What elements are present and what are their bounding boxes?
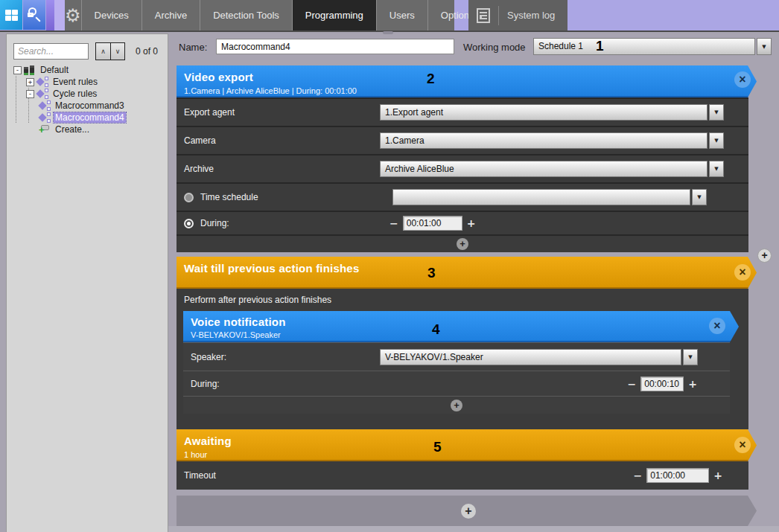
during-row: During: − + — [177, 211, 748, 234]
increment-button[interactable]: + — [467, 217, 476, 229]
create-plus-icon: + — [39, 124, 51, 135]
panel-subtitle: V-BELYAKOV/1.Speaker — [191, 330, 739, 339]
system-log-button[interactable]: System log — [468, 0, 567, 31]
speaker-dropdown[interactable]: V-BELYAKOV/1.Speaker ▼ — [380, 349, 698, 365]
during-radio[interactable] — [184, 219, 194, 228]
working-mode-label: Working mode — [463, 42, 526, 53]
add-action-button[interactable]: + — [461, 504, 476, 519]
dropdown-arrow-button[interactable]: ▼ — [709, 132, 724, 149]
add-action-button[interactable]: + — [451, 400, 462, 411]
panel-title: Video export — [184, 71, 757, 83]
chevron-down-icon: ▼ — [714, 138, 718, 144]
callout-1: 1 — [596, 38, 604, 54]
perform-after-text: Perform after previous action finishes — [177, 289, 748, 311]
dropdown-arrow-button[interactable]: ▼ — [683, 349, 698, 365]
decrement-button[interactable]: − — [628, 378, 637, 390]
tree-item-macrocommand4[interactable]: Macrocommand4 — [11, 112, 164, 124]
tab-devices[interactable]: Devices — [82, 0, 142, 31]
working-mode-value[interactable]: Schedule 1 — [533, 38, 755, 55]
voice-notification-panel: Voice notification V-BELYAKOV/1.Speaker … — [183, 311, 730, 414]
tree-item-default[interactable]: - Default — [11, 64, 164, 76]
wait-action-header[interactable]: Wait till previous action finishes × — [177, 257, 757, 289]
rule-icon — [39, 100, 51, 111]
video-export-header[interactable]: Video export 1.Camera | Archive AliceBlu… — [177, 65, 757, 97]
close-icon[interactable]: × — [734, 264, 751, 281]
time-schedule-row: Time schedule ▼ — [177, 182, 748, 211]
collapse-toggle[interactable]: - — [26, 90, 34, 98]
wait-action-panel: Wait till previous action finishes × Per… — [177, 257, 748, 429]
macro-tree-sidebar: ∧ ∨ 0 of 0 - Default + Event rules - Cyc… — [6, 33, 168, 532]
server-icon — [24, 65, 36, 75]
time-schedule-label: Time schedule — [200, 192, 392, 202]
camera-dropdown[interactable]: 1.Camera ▼ — [380, 132, 724, 149]
accent-strip-dark — [46, 0, 54, 31]
system-log-label: System log — [507, 10, 555, 21]
archive-row: Archive Archive AliceBlue ▼ — [177, 154, 748, 182]
tree-item-create[interactable]: + Create... — [11, 124, 164, 135]
export-agent-dropdown[interactable]: 1.Export agent ▼ — [380, 104, 724, 121]
dropdown-arrow-button[interactable]: ▼ — [709, 161, 724, 177]
close-icon[interactable]: × — [734, 437, 751, 453]
search-prev-button[interactable]: ∧ — [96, 43, 110, 60]
expand-toggle[interactable]: + — [26, 78, 34, 86]
working-mode-dropdown[interactable]: Schedule 1 ▼ — [533, 38, 772, 55]
splitter-handle[interactable] — [383, 31, 393, 34]
search-result-count: 0 of 0 — [136, 46, 158, 57]
video-export-panel: Video export 1.Camera | Archive AliceBlu… — [177, 65, 748, 252]
chevron-down-icon: ∨ — [115, 48, 121, 55]
dropdown-arrow-button[interactable]: ▼ — [709, 104, 724, 121]
camera-row: Camera 1.Camera ▼ — [177, 126, 748, 154]
voice-notification-header[interactable]: Voice notification V-BELYAKOV/1.Speaker … — [183, 311, 739, 342]
dropdown-arrow-button[interactable]: ▼ — [757, 38, 772, 55]
during-time-input[interactable] — [403, 216, 462, 231]
layouts-button[interactable] — [0, 0, 22, 30]
insert-action-button[interactable]: + — [757, 249, 772, 263]
chevron-down-icon: ▼ — [688, 354, 692, 360]
application-window: ·· ⚙ Devices Archive Detection Tools Pro… — [0, 0, 779, 532]
search-panel-button[interactable]: ·· — [23, 0, 45, 30]
archive-dropdown[interactable]: Archive AliceBlue ▼ — [380, 161, 724, 177]
macro-name-input[interactable] — [216, 39, 454, 54]
settings-gear-button[interactable]: ⚙ — [65, 0, 82, 31]
chevron-down-icon: ▼ — [714, 166, 718, 172]
main-tab-bar: ⚙ Devices Archive Detection Tools Progra… — [65, 0, 454, 31]
close-icon[interactable]: × — [709, 318, 725, 334]
search-next-button[interactable]: ∨ — [110, 43, 124, 60]
increment-button[interactable]: + — [713, 469, 722, 481]
add-action-row: + — [177, 234, 748, 252]
callout-5: 5 — [433, 439, 442, 455]
tree-item-cycle-rules[interactable]: - Cycle rules — [11, 88, 164, 100]
close-icon[interactable]: × — [734, 71, 751, 88]
accent-strip-light — [54, 0, 65, 31]
speaker-label: Speaker: — [191, 352, 380, 362]
awaiting-header[interactable]: Awaiting 1 hour × — [177, 429, 757, 461]
voice-during-input[interactable] — [640, 376, 684, 391]
tree-item-macrocommand3[interactable]: Macrocommand3 — [11, 100, 164, 112]
grid-icon — [5, 10, 18, 21]
time-schedule-dropdown[interactable]: ▼ — [392, 189, 707, 205]
time-schedule-radio[interactable] — [184, 193, 194, 202]
search-input[interactable] — [13, 43, 89, 60]
collapse-toggle[interactable]: - — [13, 66, 22, 74]
voice-during-row: During: − + — [183, 371, 730, 396]
panel-subtitle: 1 hour — [184, 450, 757, 459]
rule-icon — [39, 112, 51, 123]
timeout-input[interactable] — [646, 468, 709, 483]
decrement-button[interactable]: − — [390, 217, 398, 229]
top-bar: ·· ⚙ Devices Archive Detection Tools Pro… — [0, 0, 779, 31]
timeout-label: Timeout — [184, 470, 216, 481]
dropdown-arrow-button[interactable]: ▼ — [692, 189, 707, 205]
decrement-button[interactable]: − — [634, 469, 643, 481]
system-log-icon — [477, 8, 490, 23]
tree-item-event-rules[interactable]: + Event rules — [11, 76, 164, 88]
tab-archive[interactable]: Archive — [142, 0, 200, 31]
add-action-row: + — [183, 396, 730, 414]
chevron-down-icon: ▼ — [762, 44, 766, 50]
rules-tree: - Default + Event rules - Cycle rules Ma… — [11, 64, 164, 135]
add-action-button[interactable]: + — [457, 238, 468, 250]
tab-detection-tools[interactable]: Detection Tools — [200, 0, 293, 31]
add-action-bar: + — [177, 496, 757, 526]
tab-users[interactable]: Users — [377, 0, 428, 31]
increment-button[interactable]: + — [688, 378, 697, 390]
tab-programming[interactable]: Programming — [293, 0, 377, 31]
